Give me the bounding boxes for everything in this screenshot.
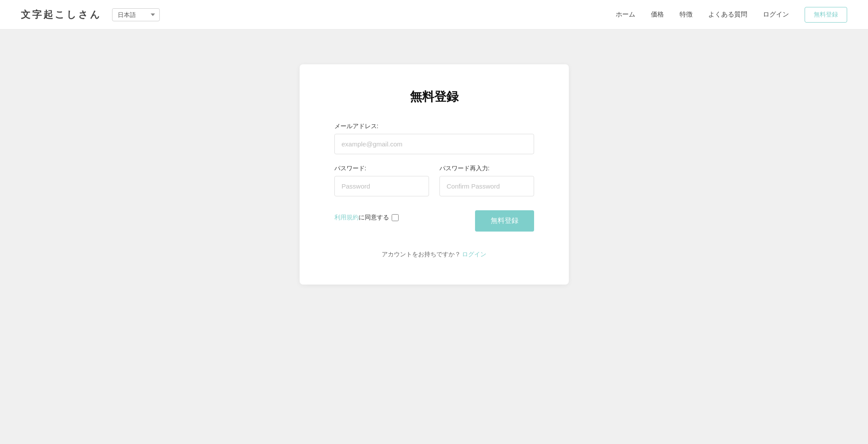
password-group: パスワード: xyxy=(334,165,429,196)
language-select[interactable]: 日本語 English xyxy=(112,8,160,21)
footer-text: アカウントをお持ちですか？ xyxy=(382,251,461,258)
form-actions: 無料登録 xyxy=(475,210,534,232)
confirm-password-input[interactable] xyxy=(439,176,534,196)
card-footer: アカウントをお持ちですか？ ログイン xyxy=(334,251,534,258)
terms-checkbox[interactable] xyxy=(392,214,399,221)
terms-row: 利用規約 に同意する xyxy=(334,214,399,222)
header-left: 文字起こしさん 日本語 English xyxy=(21,8,160,21)
logo: 文字起こしさん xyxy=(21,8,102,21)
email-label: メールアドレス: xyxy=(334,123,534,130)
register-card: 無料登録 メールアドレス: パスワード: パスワード再入力: 利用規約 に同意す… xyxy=(300,64,569,285)
nav-home[interactable]: ホーム xyxy=(616,10,635,19)
nav-pricing[interactable]: 価格 xyxy=(651,10,664,19)
email-group: メールアドレス: xyxy=(334,123,534,154)
email-input[interactable] xyxy=(334,134,534,154)
terms-suffix-text: に同意する xyxy=(359,214,389,222)
nav-login[interactable]: ログイン xyxy=(763,10,789,19)
confirm-password-label: パスワード再入力: xyxy=(439,165,534,172)
password-label: パスワード: xyxy=(334,165,429,172)
header-nav: ホーム 価格 特徴 よくある質問 ログイン 無料登録 xyxy=(616,7,847,23)
header-register-button[interactable]: 無料登録 xyxy=(805,7,847,23)
main-content: 無料登録 メールアドレス: パスワード: パスワード再入力: 利用規約 に同意す… xyxy=(0,30,868,444)
submit-button[interactable]: 無料登録 xyxy=(475,210,534,232)
header: 文字起こしさん 日本語 English ホーム 価格 特徴 よくある質問 ログイ… xyxy=(0,0,868,30)
nav-features[interactable]: 特徴 xyxy=(680,10,693,19)
password-input[interactable] xyxy=(334,176,429,196)
form-title: 無料登録 xyxy=(334,89,534,105)
confirm-password-group: パスワード再入力: xyxy=(439,165,534,196)
password-row: パスワード: パスワード再入力: xyxy=(334,165,534,196)
footer-login-link[interactable]: ログイン xyxy=(462,251,486,258)
terms-link[interactable]: 利用規約 xyxy=(334,214,359,222)
nav-faq[interactable]: よくある質問 xyxy=(708,10,747,19)
terms-and-submit-row: 利用規約 に同意する 無料登録 xyxy=(334,209,534,232)
